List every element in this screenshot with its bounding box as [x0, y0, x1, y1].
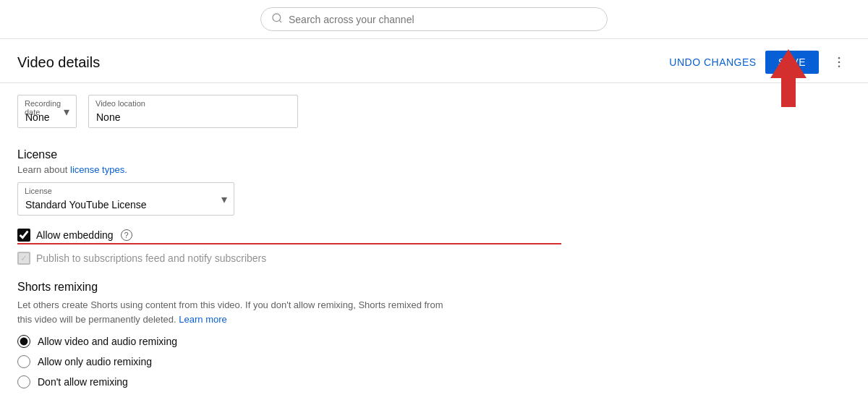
remix-video-audio-radio[interactable] [17, 335, 30, 348]
shorts-remixing-section: Shorts remixing Let others create Shorts… [17, 281, 561, 388]
license-section: License Learn about license types. Licen… [17, 148, 561, 216]
video-location-wrapper: Video location [88, 95, 298, 128]
recording-date-dropdown[interactable]: None [17, 95, 77, 128]
svg-point-4 [838, 66, 841, 68]
svg-line-1 [279, 20, 281, 22]
recording-date-wrapper: Recording date None ▾ [17, 95, 77, 128]
header-actions: UNDO CHANGES SAVE [669, 51, 851, 74]
more-options-button[interactable] [827, 51, 851, 74]
license-subtitle-pre: Learn about [17, 164, 70, 175]
license-section-title: License [17, 148, 561, 161]
red-arrow-annotation [767, 49, 810, 109]
remix-audio-only-label: Allow only audio remixing [38, 356, 152, 367]
shorts-remixing-title: Shorts remixing [17, 281, 561, 294]
publish-subscriptions-checkbox-disabled: ✓ [17, 252, 30, 265]
license-subtitle: Learn about license types. [17, 164, 561, 175]
field-row: Recording date None ▾ Video location [17, 83, 561, 134]
disabled-check-icon: ✓ [20, 253, 27, 263]
svg-point-0 [273, 14, 281, 22]
allow-embedding-label: Allow embedding [36, 229, 114, 241]
undo-changes-button[interactable]: UNDO CHANGES [669, 56, 756, 68]
arrow-up-icon [767, 49, 810, 107]
publish-subscriptions-row: ✓ Publish to subscriptions feed and noti… [17, 252, 561, 265]
main-content: Recording date None ▾ Video location Lic… [0, 83, 579, 388]
video-location-input[interactable] [88, 95, 298, 128]
top-bar [0, 0, 868, 39]
svg-marker-5 [770, 49, 807, 107]
remixing-learn-more-link[interactable]: Learn more [179, 314, 226, 325]
remixing-desc-pre: Let others create Shorts using content f… [17, 299, 443, 325]
radio-allow-video-audio: Allow video and audio remixing [17, 335, 561, 348]
svg-point-2 [838, 57, 841, 59]
remix-dont-allow-radio[interactable] [17, 375, 30, 388]
license-dropdown[interactable]: Standard YouTube LicenseCreative Commons… [17, 182, 234, 216]
remixing-radio-group: Allow video and audio remixing Allow onl… [17, 335, 561, 388]
publish-subscriptions-label: Publish to subscriptions feed and notify… [36, 252, 266, 264]
radio-allow-audio-only: Allow only audio remixing [17, 355, 561, 368]
page-title: Video details [17, 54, 100, 71]
remix-audio-only-radio[interactable] [17, 355, 30, 368]
page-header: Video details UNDO CHANGES SAVE [0, 39, 868, 83]
embedding-underline [17, 243, 561, 244]
search-input[interactable] [289, 14, 597, 25]
license-types-link[interactable]: license types. [70, 164, 127, 175]
allow-embedding-help-icon[interactable]: ? [121, 229, 132, 241]
search-icon [271, 12, 283, 26]
more-icon [832, 55, 846, 69]
license-dropdown-wrapper: License Standard YouTube LicenseCreative… [17, 182, 234, 216]
shorts-remixing-description: Let others create Shorts using content f… [17, 298, 451, 326]
search-box[interactable] [260, 7, 608, 31]
remix-video-audio-label: Allow video and audio remixing [38, 336, 177, 347]
allow-embedding-row: Allow embedding ? [17, 229, 561, 242]
radio-dont-allow: Don't allow remixing [17, 375, 561, 388]
allow-embedding-checkbox[interactable] [17, 229, 30, 242]
remix-dont-allow-label: Don't allow remixing [38, 376, 128, 388]
svg-point-3 [838, 61, 841, 64]
